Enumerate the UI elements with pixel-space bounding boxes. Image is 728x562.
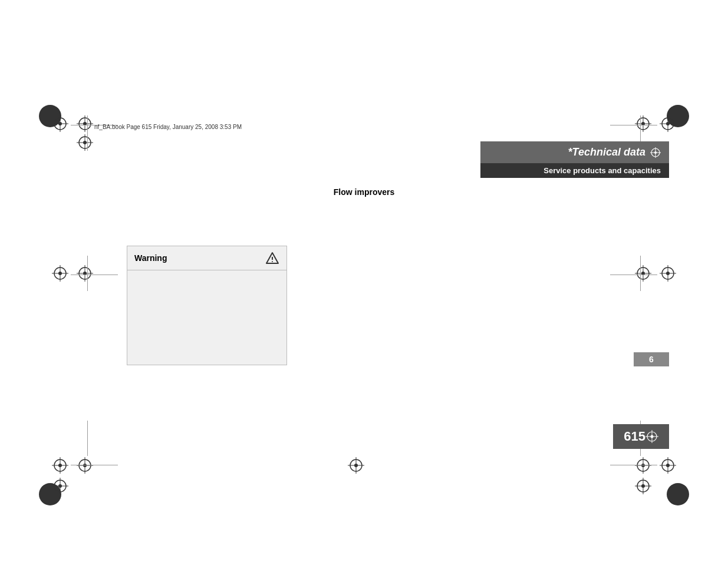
- warning-label: Warning: [134, 253, 167, 263]
- svg-point-15: [666, 122, 670, 125]
- reg-mark-br1: [660, 457, 676, 474]
- file-info: nf_BA.book Page 615 Friday, January 25, …: [94, 124, 242, 130]
- reg-mark-tr1: [660, 115, 676, 132]
- warning-header: Warning: [127, 246, 286, 270]
- svg-point-55: [666, 464, 670, 467]
- warning-body: [127, 270, 286, 365]
- file-info-text: nf_BA.book Page 615 Friday, January 25, …: [94, 124, 242, 130]
- trim-vline-tl: [87, 115, 88, 151]
- trim-line-bot-right: [610, 465, 657, 465]
- reg-mark-br3: [635, 478, 651, 494]
- reg-mark-br2: [635, 457, 651, 474]
- crosshair-icon: [650, 147, 661, 158]
- svg-point-11: [83, 141, 87, 144]
- technical-data-header: *Technical data: [480, 141, 669, 163]
- reg-mark-tl1: [52, 115, 68, 132]
- reg-mark-mr2: [635, 265, 651, 282]
- svg-point-67: [654, 151, 657, 154]
- warning-box: Warning: [127, 246, 287, 365]
- reg-mark-tr2: [635, 115, 651, 132]
- page-number: 615: [624, 429, 645, 444]
- svg-point-71: [651, 435, 654, 438]
- reg-mark-ml1: [52, 265, 68, 282]
- svg-point-74: [272, 261, 273, 262]
- trim-line-mid-left: [71, 275, 118, 275]
- reg-mark-bc1: [348, 457, 364, 474]
- flow-improvers-heading: Flow improvers: [334, 187, 394, 197]
- trim-vline-bl: [87, 421, 88, 456]
- service-products-header: Service products and capacities: [480, 163, 669, 178]
- svg-point-59: [641, 464, 645, 467]
- reg-mark-tl3: [77, 134, 93, 151]
- svg-point-31: [666, 272, 670, 275]
- deco-circle-bottom-right: [667, 483, 689, 505]
- svg-point-39: [58, 464, 62, 467]
- trim-vline-mr: [640, 256, 641, 291]
- svg-point-47: [58, 484, 62, 488]
- service-products-label: Service products and capacities: [543, 166, 661, 175]
- section-tab: 6: [634, 352, 669, 366]
- reg-mark-bl1: [52, 457, 68, 474]
- reg-mark-tl2: [77, 115, 93, 132]
- reg-mark-ml2: [77, 265, 93, 282]
- trim-line-bot-left: [71, 465, 118, 465]
- section-number: 6: [649, 355, 654, 364]
- reg-mark-bl3: [52, 478, 68, 494]
- page-crosshair-icon: [645, 430, 658, 443]
- svg-point-63: [641, 484, 645, 488]
- trim-vline-ml: [87, 256, 88, 291]
- svg-point-23: [58, 272, 62, 275]
- warning-triangle-icon: [265, 251, 279, 265]
- trim-line-mid-right: [610, 275, 657, 275]
- trim-line-top-right: [610, 125, 657, 125]
- svg-point-3: [58, 122, 62, 125]
- flow-improvers-label: Flow improvers: [334, 187, 394, 197]
- page-number-box: 615: [613, 424, 669, 449]
- svg-point-43: [83, 464, 87, 467]
- reg-mark-mr1: [660, 265, 676, 282]
- section-header: *Technical data Service products and cap…: [480, 141, 669, 178]
- svg-point-51: [354, 464, 358, 467]
- reg-mark-bl2: [77, 457, 93, 474]
- technical-data-label: *Technical data: [568, 146, 645, 158]
